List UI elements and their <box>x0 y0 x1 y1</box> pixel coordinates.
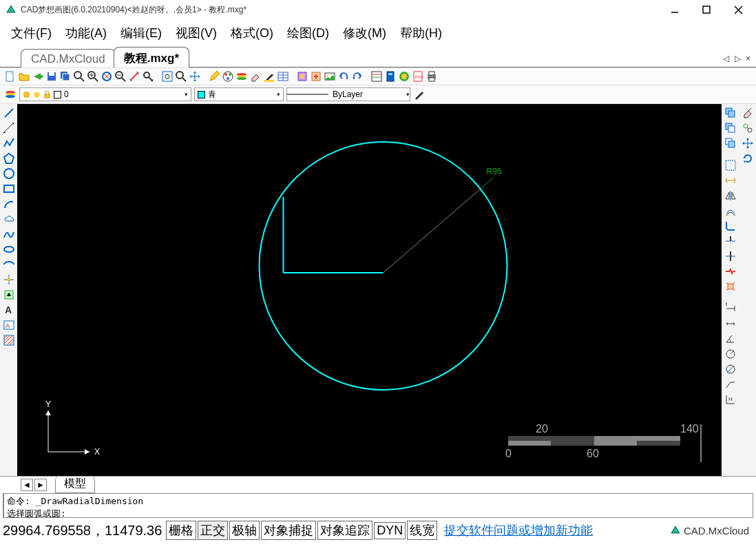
open-icon[interactable] <box>18 70 30 83</box>
offset-icon[interactable] <box>724 205 737 217</box>
tab-nav[interactable]: ◁ ▷ × <box>723 54 752 63</box>
color-icon[interactable] <box>222 70 234 83</box>
image-icon[interactable] <box>324 70 336 83</box>
grid-toggle[interactable]: 栅格 <box>166 521 196 540</box>
close-button[interactable] <box>728 3 748 17</box>
block-icon[interactable] <box>296 70 308 83</box>
menu-help[interactable]: 帮助(H) <box>396 23 446 43</box>
selectall-icon[interactable] <box>724 159 737 171</box>
measure-icon[interactable] <box>128 70 140 83</box>
copyobj-icon[interactable] <box>742 122 754 134</box>
fillet-icon[interactable] <box>724 220 737 232</box>
maximize-button[interactable] <box>697 3 716 17</box>
extend-icon[interactable] <box>724 250 737 262</box>
polygon-icon[interactable] <box>3 152 15 165</box>
command-box[interactable]: 命令: _DrawRadialDimension 选择圆弧或圆: <box>3 493 753 518</box>
menu-view[interactable]: 视图(V) <box>171 23 221 43</box>
dim-ordinate-icon[interactable]: H <box>724 393 737 406</box>
linetype-selector[interactable]: ByLayer ▾ <box>286 87 410 101</box>
layer-manager-icon[interactable] <box>4 88 17 101</box>
revcloud-icon[interactable] <box>3 213 15 225</box>
eraser-icon[interactable] <box>249 70 262 83</box>
menu-edit[interactable]: 编辑(E) <box>116 23 166 43</box>
drawing-canvas[interactable]: R95 X Y 20 140 0 60 <box>17 104 722 476</box>
dim-radius-icon[interactable] <box>724 348 737 360</box>
settings-icon[interactable] <box>398 70 410 83</box>
minimize-button[interactable] <box>665 3 684 17</box>
hatch-icon[interactable] <box>3 334 15 346</box>
mtext-icon[interactable]: A <box>3 319 15 331</box>
trim-icon[interactable] <box>724 235 737 247</box>
polyline-icon[interactable] <box>3 137 15 149</box>
moveobj-icon[interactable] <box>742 137 754 149</box>
view-tab-model[interactable]: 模型 <box>55 475 95 493</box>
ortho-toggle[interactable]: 正交 <box>198 521 228 540</box>
paste-icon[interactable] <box>724 137 737 149</box>
arrow-icon[interactable] <box>32 70 44 83</box>
redo-icon[interactable] <box>351 70 364 83</box>
zoom-extents-icon[interactable] <box>101 70 113 83</box>
dim-diameter-icon[interactable] <box>724 363 737 375</box>
otrack-toggle[interactable]: 对象追踪 <box>317 521 372 540</box>
break-icon[interactable] <box>724 265 737 278</box>
mirror-icon[interactable] <box>724 189 737 202</box>
save-icon[interactable] <box>45 70 58 83</box>
zoom-all-icon[interactable] <box>161 70 174 83</box>
table-icon[interactable] <box>277 70 289 83</box>
menu-format[interactable]: 格式(O) <box>227 23 277 43</box>
point-icon[interactable] <box>3 273 15 286</box>
ellipse-icon[interactable] <box>3 243 15 256</box>
saveall-icon[interactable] <box>59 70 72 83</box>
lweight-toggle[interactable]: 线宽 <box>407 521 437 540</box>
brush-icon[interactable] <box>413 88 426 101</box>
copy2-icon[interactable] <box>724 122 737 134</box>
dyn-toggle[interactable]: DYN <box>374 522 406 539</box>
feedback-link[interactable]: 提交软件问题或增加新功能 <box>444 522 593 539</box>
copy-icon[interactable] <box>724 107 737 119</box>
undo-icon[interactable] <box>337 70 350 83</box>
arc-icon[interactable] <box>3 198 15 210</box>
viewtab-prev[interactable]: ◄ <box>21 479 33 491</box>
dim-leader-icon[interactable] <box>724 378 737 391</box>
color-selector[interactable]: 青 ▾ <box>194 87 284 101</box>
zoom-realtime-icon[interactable] <box>175 70 187 83</box>
spline-icon[interactable] <box>3 228 15 240</box>
ellipsearc-icon[interactable] <box>3 258 15 271</box>
xline-icon[interactable] <box>3 122 15 134</box>
viewtab-next[interactable]: ► <box>34 479 47 491</box>
menu-draw[interactable]: 绘图(D) <box>283 23 333 43</box>
rotate-icon[interactable] <box>742 152 754 165</box>
pan-icon[interactable] <box>142 70 154 83</box>
pen-icon[interactable] <box>208 70 220 83</box>
layer-selector[interactable]: 0 ▾ <box>19 87 191 101</box>
zoom-prev-icon[interactable] <box>114 70 127 83</box>
circle-icon[interactable] <box>3 167 15 180</box>
insert-icon[interactable] <box>310 70 322 83</box>
text-a-icon[interactable]: A <box>3 304 15 316</box>
menu-file[interactable]: 文件(F) <box>7 23 56 43</box>
tab-mxcloud[interactable]: CAD.MxCloud <box>21 49 116 67</box>
new-icon[interactable] <box>4 70 17 83</box>
menu-function[interactable]: 功能(A) <box>61 23 111 43</box>
dim-linear-icon[interactable] <box>724 302 737 315</box>
stretch-icon[interactable] <box>724 174 737 187</box>
rectangle-icon[interactable] <box>3 183 15 195</box>
dim-angular-icon[interactable] <box>724 333 737 345</box>
erase-icon[interactable] <box>742 107 754 119</box>
print-icon[interactable] <box>426 70 438 83</box>
layers-icon[interactable] <box>235 70 248 83</box>
dim-aligned-icon[interactable] <box>724 318 737 330</box>
properties-icon[interactable] <box>370 70 383 83</box>
osnap-toggle[interactable]: 对象捕捉 <box>261 521 316 540</box>
pdf-icon[interactable]: PDF <box>412 70 424 83</box>
zoom-window-icon[interactable] <box>73 70 85 83</box>
block-insert-icon[interactable] <box>3 289 15 301</box>
line-icon[interactable] <box>3 107 15 119</box>
move-icon[interactable] <box>189 70 201 83</box>
tab-current-doc[interactable]: 教程.mxg* <box>114 47 189 67</box>
highlight-icon[interactable] <box>263 70 275 83</box>
calc-icon[interactable] <box>384 70 397 83</box>
zoom-in-icon[interactable] <box>87 70 99 83</box>
polar-toggle[interactable]: 极轴 <box>229 521 260 540</box>
menu-modify[interactable]: 修改(M) <box>339 23 390 43</box>
